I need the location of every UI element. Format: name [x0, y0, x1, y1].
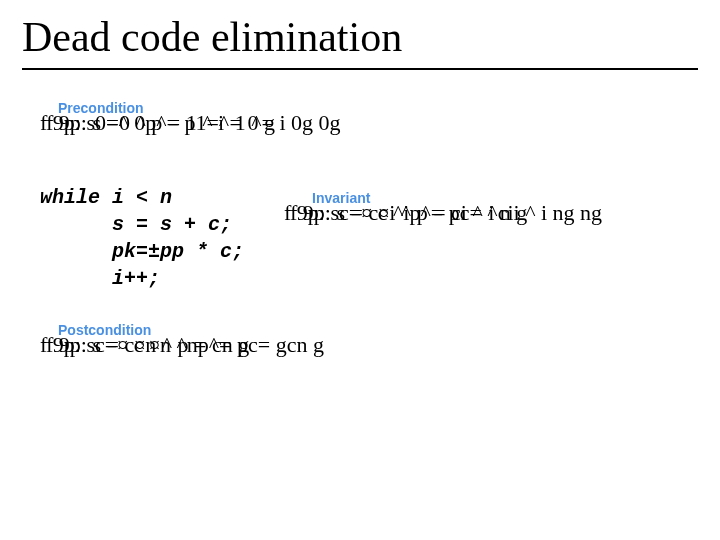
code-line-0: while i < n [40, 186, 172, 209]
invariant-label: Invariant [312, 190, 370, 206]
code-line-3: i++; [40, 267, 160, 290]
postcondition-label: Postcondition [58, 322, 151, 338]
slide-title: Dead code elimination [22, 14, 698, 60]
precondition-label: Precondition [58, 100, 144, 116]
precondition-block: Precondition f 9p: s0=^ 0p^= p1=^ 1 ^= i… [40, 110, 690, 144]
code-line-1: s = s + c; [40, 213, 232, 236]
code-line-2: pk=±pp * c; [40, 240, 244, 263]
slide: Dead code elimination Precondition f 9p:… [0, 0, 720, 540]
postcondition-block: Postcondition f 9p: sc=¤ c ¤n ^np^= pc= … [40, 332, 690, 366]
code-listing: while i < n s = s + c; pk=±pp * c; i++; [40, 184, 244, 292]
code-invariant-row: while i < n s = s + c; pk=±pp * c; i++; … [40, 184, 690, 292]
content-area: Precondition f 9p: s0=^ 0p^= p1=^ 1 ^= i… [40, 110, 690, 406]
title-region: Dead code elimination [22, 14, 698, 70]
